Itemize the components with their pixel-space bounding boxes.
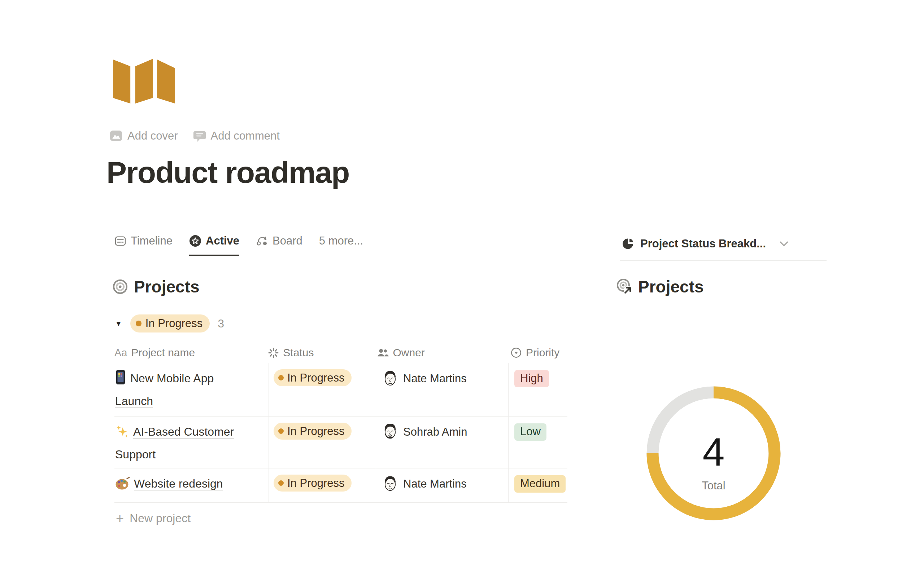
status-dot [136, 321, 142, 326]
cell-owner[interactable]: Nate Martins [376, 469, 508, 502]
target-icon [112, 279, 128, 295]
donut-chart[interactable]: 4 Total [641, 381, 786, 525]
group-count: 3 [218, 317, 224, 330]
tab-timeline[interactable]: Timeline [115, 234, 173, 256]
group-status-label: In Progress [145, 317, 203, 330]
tab-timeline-label: Timeline [131, 234, 173, 247]
chevron-down-icon [779, 241, 789, 247]
cell-project-name[interactable]: Website redesign [115, 469, 268, 502]
add-cover-button[interactable]: Add cover [109, 129, 178, 142]
cell-priority[interactable]: High [508, 363, 567, 416]
status-spinner-icon [268, 347, 279, 358]
board-icon [256, 235, 268, 247]
tab-active[interactable]: Active [189, 234, 239, 256]
chart-projects-title[interactable]: Projects [638, 277, 704, 297]
priority-pill-high: High [514, 370, 549, 387]
right-panel-divider [620, 260, 827, 261]
map-icon [113, 59, 175, 104]
star-circle-icon [189, 235, 201, 247]
new-project-button[interactable]: + New project [115, 503, 567, 534]
table-header-row: Aa Project name Status [115, 343, 567, 363]
tab-active-label: Active [206, 234, 239, 247]
tab-board-label: Board [273, 234, 302, 247]
palette-icon [115, 477, 129, 490]
table-row[interactable]: New Mobile App Launch In Progress Nate M… [115, 363, 567, 416]
chart-view-selector[interactable]: Project Status Breakd... [622, 237, 789, 250]
tab-board[interactable]: Board [256, 234, 302, 256]
donut-total-label: Total [641, 479, 786, 492]
tab-more[interactable]: 5 more... [319, 234, 363, 256]
comment-icon [193, 129, 206, 142]
donut-total-value: 4 [641, 429, 786, 475]
plus-icon: + [116, 511, 124, 525]
sparkles-icon [115, 424, 129, 438]
cell-priority[interactable]: Low [508, 416, 567, 468]
priority-pill-low: Low [514, 423, 546, 441]
table-row[interactable]: AI-Based Customer Support In Progress So… [115, 416, 567, 469]
view-tabs: Timeline Active Board 5 more... [115, 234, 540, 261]
status-dot [278, 429, 284, 434]
projects-section-header: Projects [112, 277, 200, 297]
cell-status[interactable]: In Progress [268, 363, 376, 416]
group-header-in-progress: ▼ In Progress 3 [115, 314, 224, 332]
add-comment-button[interactable]: Add comment [193, 129, 280, 142]
column-header-owner[interactable]: Owner [371, 343, 505, 363]
image-icon [109, 129, 123, 142]
tab-more-label: 5 more... [319, 234, 363, 247]
people-icon [377, 347, 389, 358]
pie-chart-icon [622, 237, 635, 250]
cell-project-name[interactable]: AI-Based Customer Support [115, 416, 268, 468]
chart-section-header: Projects [615, 277, 704, 297]
notion-page: Add cover Add comment Product roadmap Ti… [0, 0, 924, 577]
target-arrow-icon [615, 278, 633, 296]
projects-table: Aa Project name Status [115, 343, 567, 534]
table-row[interactable]: Website redesign In Progress Nate Martin… [115, 469, 567, 503]
circle-triangle-icon [510, 347, 522, 358]
status-dot [278, 480, 284, 486]
projects-title[interactable]: Projects [134, 277, 200, 297]
cell-owner[interactable]: Sohrab Amin [376, 416, 508, 468]
group-status-pill[interactable]: In Progress [130, 314, 210, 332]
cell-priority[interactable]: Medium [508, 469, 567, 502]
page-icon-map[interactable] [113, 59, 175, 106]
cell-status[interactable]: In Progress [268, 469, 376, 502]
add-comment-label: Add comment [211, 129, 280, 142]
chart-view-label: Project Status Breakd... [640, 237, 766, 250]
mobile-phone-icon [115, 370, 126, 385]
page-meta-actions: Add cover Add comment [109, 129, 280, 142]
column-header-project-name[interactable]: Aa Project name [115, 343, 263, 363]
cell-status[interactable]: In Progress [268, 416, 376, 468]
new-project-label: New project [129, 512, 191, 525]
add-cover-label: Add cover [128, 129, 178, 142]
page-title[interactable]: Product roadmap [107, 155, 349, 190]
priority-pill-medium: Medium [514, 475, 565, 493]
column-header-priority[interactable]: Priority [505, 343, 567, 363]
avatar-nate-martins [382, 474, 399, 492]
avatar-nate-martins [382, 368, 399, 387]
group-toggle-icon[interactable]: ▼ [115, 319, 122, 328]
status-dot [278, 375, 284, 380]
timeline-icon [115, 235, 126, 247]
avatar-sohrab-amin [382, 422, 399, 440]
cell-project-name[interactable]: New Mobile App Launch [115, 363, 268, 416]
text-type-icon: Aa [115, 347, 127, 359]
column-header-status[interactable]: Status [263, 343, 371, 363]
cell-owner[interactable]: Nate Martins [376, 363, 508, 416]
